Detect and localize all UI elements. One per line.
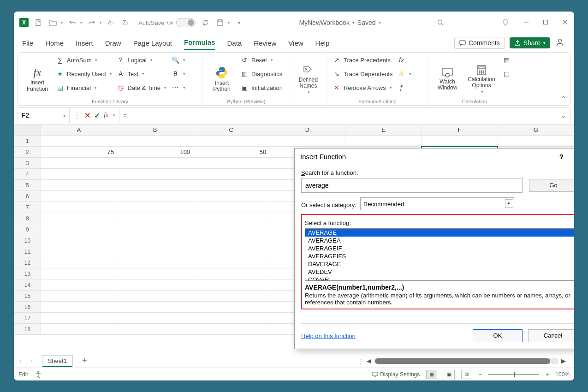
new-file-icon[interactable] [33, 18, 43, 28]
tab-formulas[interactable]: Formulas [184, 36, 215, 50]
calc-now-button[interactable]: ▦ [502, 54, 511, 65]
diagnostics-button[interactable]: ▦Diagnostics [240, 68, 283, 79]
row-header[interactable]: 16 [14, 302, 41, 313]
lightbulb-icon[interactable] [500, 18, 511, 28]
trace-dependents-button[interactable]: ↘Trace Dependents [333, 68, 392, 79]
logical-button[interactable]: ?Logical▾ [117, 54, 167, 65]
insert-function-fx-icon[interactable]: fx [104, 112, 108, 119]
cell[interactable] [193, 191, 269, 202]
column-header[interactable]: D [269, 125, 345, 136]
tab-file[interactable]: File [22, 36, 33, 50]
cell[interactable] [345, 136, 422, 147]
cell[interactable] [41, 235, 117, 246]
cell[interactable] [193, 279, 269, 291]
financial-button[interactable]: ▤Financial▾ [56, 82, 112, 93]
minimize-button[interactable] [523, 19, 530, 26]
column-header[interactable]: G [498, 125, 574, 136]
cell[interactable] [117, 268, 193, 279]
normal-view-button[interactable]: ▦ [426, 370, 437, 379]
page-break-view-button[interactable]: ⧉ [461, 370, 472, 379]
cell[interactable] [193, 235, 269, 246]
cell[interactable] [41, 302, 117, 313]
cell[interactable] [193, 213, 269, 224]
row-header[interactable]: 6 [14, 191, 41, 202]
cell[interactable]: 75 [41, 147, 117, 158]
search-function-input[interactable] [301, 178, 523, 193]
save-icon[interactable] [215, 18, 225, 28]
qat-customize-icon[interactable]: ▾ [234, 18, 244, 28]
cell[interactable] [117, 302, 193, 313]
cell[interactable] [41, 268, 117, 279]
cell[interactable] [117, 279, 193, 291]
sort-desc-icon[interactable]: Z↓ [121, 18, 131, 28]
hscroll-left-icon[interactable]: ◀ [367, 357, 371, 364]
cell[interactable] [41, 191, 117, 202]
remove-arrows-button[interactable]: ✕Remove Arrows▾ [333, 82, 392, 93]
tab-home[interactable]: Home [45, 36, 64, 50]
row-header[interactable]: 17 [14, 313, 41, 324]
cell[interactable]: 100 [117, 147, 193, 158]
function-item[interactable]: AVERAGEA [305, 237, 574, 244]
search-icon[interactable] [435, 18, 445, 28]
column-header[interactable]: F [422, 125, 498, 136]
cell[interactable] [117, 246, 193, 257]
cell[interactable] [117, 180, 193, 191]
error-checking-button[interactable]: ⚠▾ [397, 68, 411, 79]
cell[interactable] [193, 169, 269, 180]
tab-review[interactable]: Review [254, 36, 276, 50]
cell[interactable] [41, 313, 117, 324]
horizontal-scrollbar[interactable] [374, 358, 558, 364]
cell[interactable] [193, 313, 269, 324]
function-item[interactable]: AVERAGE [305, 229, 574, 237]
name-box[interactable]: F2▾ [18, 108, 70, 123]
save-dropdown-icon[interactable]: ▾ [228, 21, 230, 25]
tab-view[interactable]: View [288, 36, 303, 50]
formula-input[interactable] [119, 108, 557, 123]
open-dropdown-icon[interactable]: ▾ [61, 21, 63, 25]
insert-function-button[interactable]: fx Insert Function [24, 54, 51, 104]
tab-data[interactable]: Data [227, 36, 242, 50]
zoom-out-button[interactable]: − [479, 371, 482, 378]
cell[interactable] [41, 213, 117, 224]
text-button[interactable]: AText▾ [117, 68, 167, 79]
row-header[interactable]: 18 [14, 324, 41, 335]
reset-button[interactable]: ↺Reset▾ [240, 54, 283, 65]
cell[interactable] [117, 324, 193, 335]
cell[interactable]: 50 [193, 147, 269, 158]
function-item[interactable]: DAVERAGE [305, 260, 574, 268]
zoom-in-button[interactable]: + [546, 371, 549, 378]
cell[interactable] [193, 246, 269, 257]
column-header[interactable]: B [117, 125, 193, 136]
cell[interactable] [193, 268, 269, 279]
help-link[interactable]: Help on this function [301, 333, 356, 339]
trace-precedents-button[interactable]: ↗Trace Precedents [333, 54, 392, 65]
close-button[interactable] [562, 19, 569, 26]
title-dropdown-icon[interactable]: ▾ [379, 20, 381, 25]
function-item[interactable]: AVERAGEIF [305, 244, 574, 252]
cancel-formula-icon[interactable]: ✕ [84, 111, 90, 120]
cell[interactable] [193, 257, 269, 268]
row-header[interactable]: 5 [14, 180, 41, 191]
row-header[interactable]: 2 [14, 147, 41, 158]
cell[interactable] [193, 324, 269, 335]
cell[interactable] [422, 136, 498, 147]
cell[interactable] [269, 136, 345, 147]
column-header[interactable]: E [345, 125, 422, 136]
recently-used-button[interactable]: ★Recently Used▾ [56, 68, 112, 79]
row-header[interactable]: 15 [14, 291, 41, 302]
defined-names-button[interactable]: Defined Names▾ [296, 54, 321, 104]
page-layout-view-button[interactable]: ▣ [444, 370, 455, 379]
show-formulas-button[interactable]: fx [397, 54, 411, 65]
cell[interactable] [498, 136, 574, 147]
cell[interactable] [41, 169, 117, 180]
initialization-button[interactable]: ▣Initialization [240, 82, 283, 93]
cell[interactable] [117, 169, 193, 180]
cell[interactable] [193, 202, 269, 213]
sync-icon[interactable] [200, 18, 210, 28]
cell[interactable] [117, 191, 193, 202]
cell[interactable] [117, 158, 193, 169]
row-header[interactable]: 1 [14, 136, 41, 147]
row-header[interactable]: 8 [14, 213, 41, 224]
calc-sheet-button[interactable]: ▤ [502, 68, 511, 79]
tab-page-layout[interactable]: Page Layout [133, 36, 172, 50]
